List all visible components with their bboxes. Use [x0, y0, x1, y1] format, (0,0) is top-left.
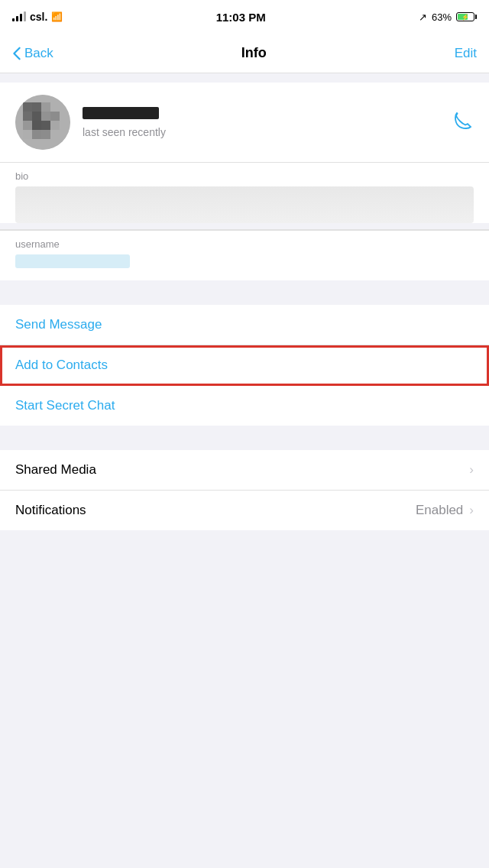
username-section: username: [0, 230, 489, 280]
bio-content: [15, 186, 474, 223]
edit-button[interactable]: Edit: [455, 46, 477, 61]
avatar-image: [15, 95, 70, 150]
avatar: [15, 95, 70, 150]
phone-icon: [452, 110, 474, 131]
profile-section: last seen recently: [0, 83, 489, 162]
svg-rect-10: [41, 121, 50, 130]
status-bar: csl. 📶 11:03 PM ↗ 63% ⚡: [0, 0, 489, 34]
start-secret-chat-label: Start Secret Chat: [15, 398, 115, 413]
bio-label: bio: [15, 170, 474, 182]
status-time: 11:03 PM: [216, 11, 266, 24]
add-to-contacts-button[interactable]: Add to Contacts: [0, 345, 489, 386]
profile-status: last seen recently: [83, 126, 440, 138]
svg-rect-9: [32, 121, 41, 130]
battery-icon: ⚡: [456, 12, 477, 21]
svg-rect-2: [32, 102, 41, 112]
profile-info: last seen recently: [83, 107, 440, 138]
send-message-button[interactable]: Send Message: [0, 305, 489, 345]
svg-rect-14: [41, 130, 50, 139]
svg-rect-8: [23, 121, 32, 130]
location-icon: ↗: [419, 11, 427, 23]
send-message-label: Send Message: [15, 317, 102, 332]
notifications-right: Enabled ›: [416, 503, 474, 518]
shared-media-right: ›: [469, 462, 474, 478]
svg-rect-3: [41, 102, 50, 112]
battery-percent: 63%: [432, 11, 452, 23]
username-label: username: [15, 238, 474, 250]
back-chevron-icon: [12, 47, 21, 60]
svg-rect-6: [41, 112, 50, 121]
profile-name: [83, 107, 440, 123]
notifications-label: Notifications: [15, 503, 86, 518]
shared-media-row[interactable]: Shared Media ›: [0, 450, 489, 491]
status-right: ↗ 63% ⚡: [419, 11, 477, 23]
gap-1: [0, 280, 489, 296]
svg-rect-11: [50, 121, 60, 130]
back-label: Back: [24, 46, 53, 61]
nav-bar: Back Info Edit: [0, 34, 489, 73]
username-value: [15, 254, 130, 268]
back-button[interactable]: Back: [12, 46, 53, 61]
chevron-right-icon: ›: [469, 462, 474, 478]
call-button[interactable]: [452, 110, 474, 134]
shared-media-label: Shared Media: [15, 462, 96, 478]
add-to-contacts-label: Add to Contacts: [15, 358, 108, 372]
notifications-row[interactable]: Notifications Enabled ›: [0, 491, 489, 530]
start-secret-chat-button[interactable]: Start Secret Chat: [0, 386, 489, 426]
gap-2: [0, 426, 489, 441]
name-redacted: [83, 107, 159, 119]
notifications-chevron-icon: ›: [469, 503, 474, 518]
wifi-icon: 📶: [51, 11, 63, 22]
info-section: Shared Media › Notifications Enabled ›: [0, 450, 489, 530]
status-left: csl. 📶: [12, 11, 63, 23]
actions-section: Send Message Add to Contacts Start Secre…: [0, 305, 489, 426]
page-title: Info: [241, 45, 267, 61]
bio-section: bio: [0, 162, 489, 223]
notifications-value: Enabled: [416, 503, 463, 518]
signal-bars: [12, 12, 26, 21]
battery-bolt-icon: ⚡: [461, 14, 469, 21]
svg-rect-1: [23, 102, 32, 112]
svg-rect-13: [32, 130, 41, 139]
svg-rect-12: [23, 130, 32, 139]
carrier-label: csl.: [30, 11, 47, 23]
svg-rect-5: [32, 112, 41, 121]
svg-rect-7: [50, 112, 60, 121]
svg-rect-4: [23, 112, 32, 121]
